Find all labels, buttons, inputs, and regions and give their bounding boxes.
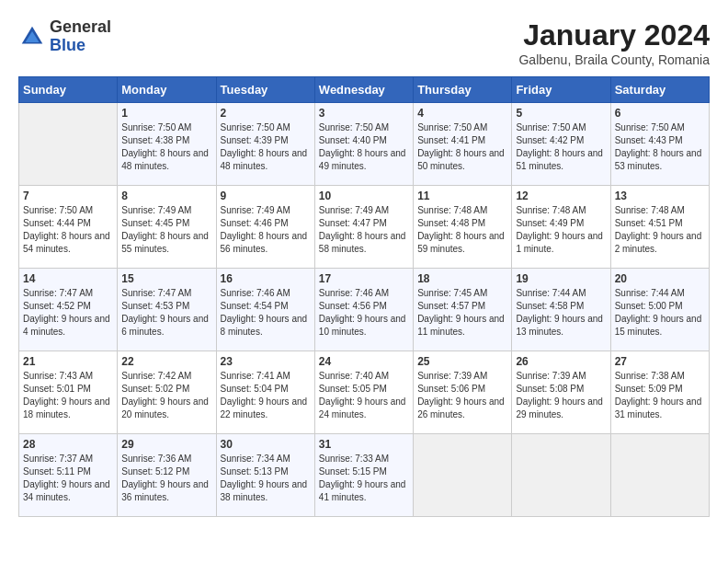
day-cell: 17Sunrise: 7:46 AM Sunset: 4:56 PM Dayli… [314,269,413,351]
day-number: 31 [319,438,409,451]
month-title: January 2024 [518,18,710,52]
day-info: Sunrise: 7:44 AM Sunset: 5:00 PM Dayligh… [615,287,705,339]
day-cell: 23Sunrise: 7:41 AM Sunset: 5:04 PM Dayli… [216,351,314,434]
page-header: General Blue January 2024 Galbenu, Brail… [18,18,710,67]
day-number: 8 [121,190,211,202]
day-cell [414,434,512,517]
day-number: 20 [615,272,705,285]
day-info: Sunrise: 7:49 AM Sunset: 4:45 PM Dayligh… [121,204,211,256]
location-title: Galbenu, Braila County, Romania [518,52,710,67]
day-number: 29 [121,438,211,451]
header-cell-sunday: Sunday [19,77,118,103]
day-cell: 20Sunrise: 7:44 AM Sunset: 5:00 PM Dayli… [610,269,709,351]
day-info: Sunrise: 7:50 AM Sunset: 4:42 PM Dayligh… [516,121,606,173]
day-number: 13 [615,190,705,202]
day-cell: 16Sunrise: 7:46 AM Sunset: 4:54 PM Dayli… [216,269,314,351]
day-cell: 22Sunrise: 7:42 AM Sunset: 5:02 PM Dayli… [118,351,216,434]
week-row-2: 14Sunrise: 7:47 AM Sunset: 4:52 PM Dayli… [19,269,710,351]
day-info: Sunrise: 7:50 AM Sunset: 4:43 PM Dayligh… [615,121,705,173]
day-info: Sunrise: 7:37 AM Sunset: 5:11 PM Dayligh… [23,453,113,504]
day-cell [19,103,118,186]
day-info: Sunrise: 7:48 AM Sunset: 4:49 PM Dayligh… [516,204,606,256]
header-cell-monday: Monday [118,77,216,103]
day-info: Sunrise: 7:39 AM Sunset: 5:06 PM Dayligh… [417,370,507,421]
logo-icon [18,23,46,51]
day-info: Sunrise: 7:42 AM Sunset: 5:02 PM Dayligh… [121,370,211,421]
day-number: 7 [23,190,113,202]
day-cell: 2Sunrise: 7:50 AM Sunset: 4:39 PM Daylig… [216,103,314,186]
day-cell: 13Sunrise: 7:48 AM Sunset: 4:51 PM Dayli… [610,186,709,269]
day-info: Sunrise: 7:50 AM Sunset: 4:41 PM Dayligh… [417,121,507,173]
calendar-body: 1Sunrise: 7:50 AM Sunset: 4:38 PM Daylig… [19,103,710,517]
day-cell: 31Sunrise: 7:33 AM Sunset: 5:15 PM Dayli… [314,434,413,517]
day-info: Sunrise: 7:49 AM Sunset: 4:46 PM Dayligh… [221,204,311,256]
logo: General Blue [18,18,111,55]
logo-general: General [50,18,111,37]
day-cell: 1Sunrise: 7:50 AM Sunset: 4:38 PM Daylig… [118,103,216,186]
day-cell: 30Sunrise: 7:34 AM Sunset: 5:13 PM Dayli… [216,434,314,517]
week-row-4: 28Sunrise: 7:37 AM Sunset: 5:11 PM Dayli… [19,434,710,517]
day-info: Sunrise: 7:48 AM Sunset: 4:48 PM Dayligh… [417,204,507,256]
day-cell: 6Sunrise: 7:50 AM Sunset: 4:43 PM Daylig… [610,103,709,186]
day-number: 27 [615,355,705,368]
day-info: Sunrise: 7:41 AM Sunset: 5:04 PM Dayligh… [221,370,311,421]
day-info: Sunrise: 7:33 AM Sunset: 5:15 PM Dayligh… [319,453,409,504]
day-number: 26 [516,355,606,368]
day-cell: 10Sunrise: 7:49 AM Sunset: 4:47 PM Dayli… [314,186,413,269]
day-number: 24 [319,355,409,368]
day-number: 25 [417,355,507,368]
day-cell: 29Sunrise: 7:36 AM Sunset: 5:12 PM Dayli… [118,434,216,517]
day-number: 18 [417,272,507,285]
day-info: Sunrise: 7:50 AM Sunset: 4:39 PM Dayligh… [221,121,311,173]
day-number: 16 [221,272,311,285]
day-cell: 24Sunrise: 7:40 AM Sunset: 5:05 PM Dayli… [314,351,413,434]
header-cell-friday: Friday [512,77,610,103]
day-info: Sunrise: 7:34 AM Sunset: 5:13 PM Dayligh… [221,453,311,504]
day-info: Sunrise: 7:49 AM Sunset: 4:47 PM Dayligh… [319,204,409,256]
header-cell-thursday: Thursday [414,77,512,103]
logo-text: General Blue [50,18,111,55]
day-info: Sunrise: 7:48 AM Sunset: 4:51 PM Dayligh… [615,204,705,256]
day-cell: 26Sunrise: 7:39 AM Sunset: 5:08 PM Dayli… [512,351,610,434]
day-number: 11 [417,190,507,202]
day-info: Sunrise: 7:47 AM Sunset: 4:52 PM Dayligh… [23,287,113,339]
calendar-table: SundayMondayTuesdayWednesdayThursdayFrid… [18,76,710,517]
day-cell [512,434,610,517]
day-info: Sunrise: 7:39 AM Sunset: 5:08 PM Dayligh… [516,370,606,421]
header-row: SundayMondayTuesdayWednesdayThursdayFrid… [19,77,710,103]
day-info: Sunrise: 7:50 AM Sunset: 4:38 PM Dayligh… [121,121,211,173]
day-number: 9 [221,190,311,202]
week-row-0: 1Sunrise: 7:50 AM Sunset: 4:38 PM Daylig… [19,103,710,186]
header-cell-tuesday: Tuesday [216,77,314,103]
day-cell: 21Sunrise: 7:43 AM Sunset: 5:01 PM Dayli… [19,351,118,434]
day-info: Sunrise: 7:40 AM Sunset: 5:05 PM Dayligh… [319,370,409,421]
day-info: Sunrise: 7:50 AM Sunset: 4:40 PM Dayligh… [319,121,409,173]
day-number: 22 [121,355,211,368]
day-info: Sunrise: 7:44 AM Sunset: 4:58 PM Dayligh… [516,287,606,339]
day-cell: 18Sunrise: 7:45 AM Sunset: 4:57 PM Dayli… [414,269,512,351]
day-number: 14 [23,272,113,285]
day-number: 3 [319,107,409,120]
day-cell: 19Sunrise: 7:44 AM Sunset: 4:58 PM Dayli… [512,269,610,351]
day-cell: 28Sunrise: 7:37 AM Sunset: 5:11 PM Dayli… [19,434,118,517]
day-number: 17 [319,272,409,285]
day-number: 12 [516,190,606,202]
day-number: 15 [121,272,211,285]
day-cell: 12Sunrise: 7:48 AM Sunset: 4:49 PM Dayli… [512,186,610,269]
day-number: 4 [417,107,507,120]
header-cell-wednesday: Wednesday [314,77,413,103]
week-row-3: 21Sunrise: 7:43 AM Sunset: 5:01 PM Dayli… [19,351,710,434]
day-info: Sunrise: 7:46 AM Sunset: 4:54 PM Dayligh… [221,287,311,339]
day-number: 5 [516,107,606,120]
day-cell [610,434,709,517]
day-info: Sunrise: 7:45 AM Sunset: 4:57 PM Dayligh… [417,287,507,339]
day-cell: 9Sunrise: 7:49 AM Sunset: 4:46 PM Daylig… [216,186,314,269]
logo-blue: Blue [50,37,111,55]
day-cell: 27Sunrise: 7:38 AM Sunset: 5:09 PM Dayli… [610,351,709,434]
day-info: Sunrise: 7:38 AM Sunset: 5:09 PM Dayligh… [615,370,705,421]
day-number: 1 [121,107,211,120]
day-number: 21 [23,355,113,368]
day-cell: 8Sunrise: 7:49 AM Sunset: 4:45 PM Daylig… [118,186,216,269]
title-block: January 2024 Galbenu, Braila County, Rom… [518,18,710,67]
day-cell: 4Sunrise: 7:50 AM Sunset: 4:41 PM Daylig… [414,103,512,186]
